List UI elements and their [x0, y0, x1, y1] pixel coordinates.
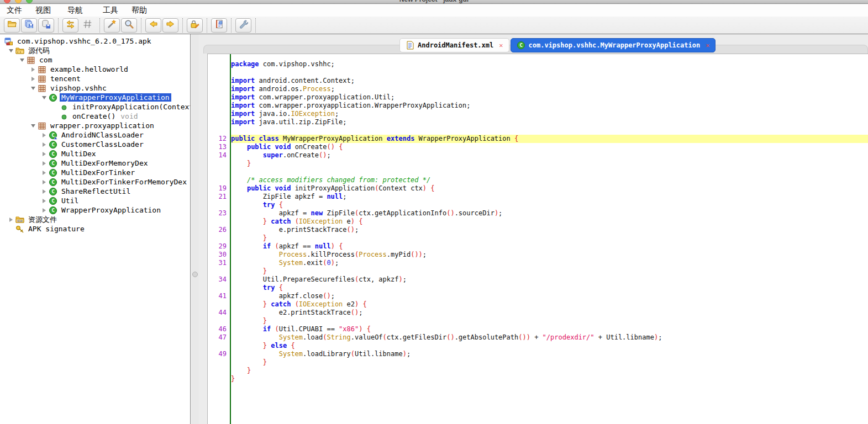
code-text: }	[231, 160, 868, 168]
chevron-right-icon[interactable]	[40, 133, 49, 137]
code-editor[interactable]: package com.vipshop.vshhc;import android…	[207, 54, 868, 424]
tree-item[interactable]: 010资源文件	[0, 215, 190, 224]
panel-splitter[interactable]	[191, 34, 199, 424]
log-viewer-button[interactable]	[211, 18, 227, 33]
code-line: /* access modifiers changed from: protec…	[208, 176, 868, 184]
tree-item[interactable]: wrapper.proxyapplication	[0, 121, 190, 130]
tree-item[interactable]: CCustomerClassLoader	[0, 140, 190, 149]
tree-item[interactable]: APK signature	[0, 224, 190, 234]
menu-navigation[interactable]: 导航	[61, 4, 90, 15]
tab-androidmanifest[interactable]: AndroidManifest.xml✕	[399, 38, 509, 52]
menu-view[interactable]: 视图	[29, 4, 57, 15]
code-text: if (Util.CPUABI == "x86") {	[231, 325, 868, 333]
nav-forward-button[interactable]	[162, 18, 178, 33]
code-line: }	[208, 358, 868, 367]
chevron-right-icon[interactable]	[40, 152, 49, 156]
tree-item[interactable]: example.helloworld	[0, 65, 190, 74]
class-badge-icon: C	[49, 131, 57, 140]
code-line: } catch (IOException e2) {	[208, 300, 868, 309]
text-search-button[interactable]	[104, 18, 120, 33]
line-number: 26	[208, 226, 227, 234]
chevron-down-icon[interactable]	[18, 59, 27, 62]
tree-item[interactable]: com	[0, 55, 190, 65]
tree-item[interactable]: CUtil	[0, 196, 190, 205]
nav-back-button[interactable]	[145, 18, 161, 33]
chevron-right-icon[interactable]	[29, 67, 38, 72]
tree-item-label: initProxyApplication(Context	[71, 103, 191, 111]
key-icon	[15, 225, 24, 234]
menu-file[interactable]: 文件	[0, 4, 29, 15]
chevron-right-icon[interactable]	[40, 142, 49, 147]
tab-close-icon[interactable]: ✕	[497, 41, 503, 49]
menu-help[interactable]: 帮助	[125, 4, 154, 15]
code-line: try {	[208, 201, 868, 209]
code-text: System.exit(0);	[231, 259, 868, 267]
tree-item[interactable]: 源代码	[0, 46, 190, 55]
deobfuscation-button[interactable]	[80, 18, 96, 33]
tree-item[interactable]: CShareReflectUtil	[0, 187, 190, 196]
chevron-down-icon[interactable]	[7, 49, 15, 52]
code-text: }	[231, 267, 868, 275]
settings-icon	[239, 19, 248, 31]
tab-close-icon[interactable]: ✕	[703, 41, 709, 49]
code-line: 30 Process.killProcess(Process.myPid());	[208, 251, 868, 259]
chevron-right-icon[interactable]	[40, 199, 49, 203]
tree-item[interactable]: vipshop.vshhc	[0, 83, 190, 93]
chevron-right-icon[interactable]	[40, 189, 49, 194]
chevron-right-icon[interactable]	[29, 77, 38, 81]
line-number: 44	[208, 309, 227, 316]
code-line	[208, 68, 868, 77]
code-text: import android.content.Context;	[231, 77, 868, 85]
tree-item[interactable]: com.vipshop.vshhc_6.2.0_175.apk	[0, 36, 190, 46]
open-file-button[interactable]	[4, 18, 20, 33]
reload-icon	[66, 19, 75, 31]
tree-item[interactable]: tencent	[0, 74, 190, 83]
line-number: 46	[208, 325, 227, 333]
code-text: public void initProxyApplication(Context…	[231, 184, 868, 193]
code-line: import com.wrapper.proxyapplication.Util…	[208, 93, 868, 102]
chevron-down-icon[interactable]	[29, 87, 38, 90]
tree-item[interactable]: CMultiDexForMemoryDex	[0, 158, 190, 168]
code-text: } catch (IOException e) {	[231, 218, 868, 226]
toolbar-separator	[99, 18, 100, 33]
save-button[interactable]	[38, 18, 54, 33]
chevron-right-icon[interactable]	[40, 171, 49, 175]
project-tree-panel[interactable]: com.vipshop.vshhc_6.2.0_175.apk源代码comexa…	[0, 34, 191, 424]
tree-item[interactable]: CMyWrapperProxyApplication	[0, 93, 190, 102]
splitter-handle[interactable]	[192, 272, 198, 277]
line-number: 41	[208, 292, 227, 300]
code-line-highlighted: 12public class MyWrapperProxyApplication…	[208, 135, 868, 143]
toolbar-separator	[255, 18, 256, 33]
tab-bar: AndroidManifest.xml✕Ccom.vipshop.vshhc.M…	[399, 38, 716, 52]
tab-mywrapperproxyapplication[interactable]: Ccom.vipshop.vshhc.MyWrapperProxyApplica…	[511, 38, 716, 52]
tree-item[interactable]: initProxyApplication(Context	[0, 102, 190, 112]
tree-item[interactable]: CMultiDexForTinker	[0, 168, 190, 177]
tree-item[interactable]: CAndroidNClassLoader	[0, 130, 190, 140]
save-all-button[interactable]	[21, 18, 37, 33]
tree-item[interactable]: CMultiDexForTinkerForMemoryDex	[0, 177, 190, 187]
method-icon	[60, 103, 69, 112]
chevron-right-icon[interactable]	[40, 208, 49, 213]
tab-label: com.vipshop.vshhc.MyWrapperProxyApplicat…	[529, 41, 701, 49]
chevron-right-icon[interactable]	[7, 218, 15, 222]
chevron-down-icon[interactable]	[40, 96, 49, 99]
edit-button[interactable]	[187, 18, 203, 33]
menu-tools[interactable]: 工具	[96, 4, 125, 15]
code-line: 13 public void onCreate() {	[208, 143, 868, 151]
tree-item[interactable]: onCreate()void	[0, 112, 190, 121]
code-text	[231, 168, 868, 176]
reload-button[interactable]	[62, 18, 78, 33]
code-line: }	[208, 367, 868, 375]
tree-item[interactable]: CWrapperProxyApplication	[0, 205, 190, 215]
tab-label: AndroidManifest.xml	[418, 41, 493, 49]
chevron-right-icon[interactable]	[40, 180, 49, 184]
nav-forward-icon	[166, 19, 175, 31]
settings-button[interactable]	[235, 18, 251, 33]
chevron-down-icon[interactable]	[29, 124, 38, 128]
code-text: import com.wrapper.proxyapplication.Wrap…	[231, 102, 868, 110]
tree-item[interactable]: CMultiDex	[0, 149, 190, 158]
chevron-right-icon[interactable]	[40, 161, 49, 166]
save-icon	[41, 19, 51, 31]
class-search-button[interactable]	[121, 18, 137, 33]
code-line: } else {	[208, 342, 868, 350]
